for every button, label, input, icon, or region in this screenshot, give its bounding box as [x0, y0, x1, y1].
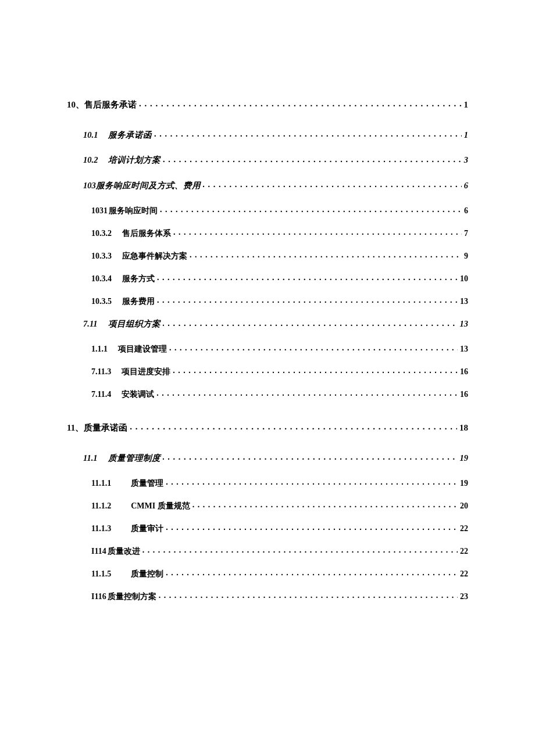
toc-label: 10.3.3应急事件解决方案 [91, 251, 190, 261]
toc-entry: 10.3.5服务费用13 [91, 296, 468, 307]
toc-title: 服务承诺函 [108, 130, 152, 139]
toc-number: 11.1.1 [91, 479, 111, 488]
toc-page-number: 10 [458, 274, 468, 284]
toc-page-number: 22 [458, 547, 468, 556]
toc-number: 103 [83, 181, 96, 190]
toc-leader-dots [166, 478, 458, 486]
toc-title: 售后服务体系 [122, 229, 171, 238]
toc-number: 11、 [67, 423, 84, 432]
toc-entry: I116质量控制方案23 [91, 591, 468, 602]
toc-page-number: 18 [457, 423, 468, 433]
toc-entry: 1.1.1项目建设管理13 [91, 343, 468, 354]
toc-number: 10.2 [83, 155, 98, 164]
toc-leader-dots [166, 568, 458, 576]
toc-number: 10.3.3 [91, 252, 112, 260]
toc-entry: 10、售后服务承诺1 [67, 99, 468, 110]
toc-leader-dots [163, 452, 458, 461]
toc-number: 7.11.3 [91, 367, 111, 376]
toc-entry: 7.11项目组织方案13 [83, 318, 468, 330]
toc-number: 1031 [91, 206, 108, 215]
toc-page-number: 7 [462, 229, 468, 238]
toc-page-number: 19 [458, 453, 469, 463]
toc-label: 10.3.4服务方式 [91, 274, 157, 284]
toc-title: 质量审计 [131, 524, 163, 533]
toc-entry: 11.1.5质量控制22 [91, 568, 468, 579]
toc-title: 质量承诺函 [84, 423, 127, 432]
toc-page-number: 20 [458, 501, 468, 511]
toc-number: 11.1.3 [91, 524, 111, 533]
toc-leader-dots [169, 343, 458, 352]
toc-number: I114 [91, 547, 106, 556]
toc-entry: 11.1质量管理制度19 [83, 452, 468, 464]
toc-number: 11.1 [83, 453, 98, 463]
toc-entry: 103服务响应时间及方式、费用6 [83, 180, 468, 191]
toc-title: 质量管理 [131, 479, 163, 488]
toc-label: 1031服务响应时间 [91, 206, 160, 216]
toc-title: CMMI 质量规范 [131, 501, 190, 510]
toc-label: 10、售后服务承诺 [67, 99, 139, 110]
toc-page-number: 3 [462, 155, 468, 165]
toc-page-number: 13 [458, 319, 469, 329]
toc-number: 10.3.5 [91, 297, 112, 306]
toc-leader-dots [192, 500, 458, 508]
toc-title: 项目建设管理 [118, 345, 167, 353]
toc-leader-dots [142, 546, 458, 554]
toc-label: 10.3.5服务费用 [91, 296, 157, 307]
toc-label: 10.3.2售后服务体系 [91, 228, 173, 239]
toc-leader-dots [160, 205, 462, 213]
toc-label: 7.11.3项目进度安排 [91, 367, 173, 377]
toc-entry: 7.11.3项目进度安排16 [91, 366, 468, 377]
toc-label: 11.1.2CMMI 质量规范 [91, 501, 192, 511]
toc-leader-dots [173, 366, 458, 374]
toc-title: 项目进度安排 [122, 367, 170, 376]
toc-title: 应急事件解决方案 [122, 252, 187, 260]
toc-entry: 7.11.4安装调试16 [91, 389, 468, 400]
toc-page-number: 16 [458, 367, 468, 377]
toc-page-number: 22 [458, 569, 468, 579]
toc-page-number: 16 [458, 390, 468, 399]
toc-title: 安装调试 [122, 390, 154, 399]
toc-title: 服务响应时间 [109, 206, 158, 215]
toc-page-number: 1 [462, 100, 469, 110]
toc-page-number: 9 [462, 252, 468, 261]
toc-entry: 1031服务响应时间6 [91, 205, 468, 216]
toc-title: 项目组织方案 [108, 319, 160, 328]
toc-title: 服务响应时间及方式、费用 [96, 181, 201, 190]
toc-entry: 10.3.4服务方式10 [91, 273, 468, 284]
toc-label: 7.11项目组织方案 [83, 318, 163, 329]
toc-title: 服务费用 [122, 297, 155, 306]
toc-entry: 11.1.2CMMI 质量规范20 [91, 500, 468, 511]
toc-page-number: 23 [458, 592, 468, 601]
toc-leader-dots [139, 99, 462, 108]
toc-label: 11.1质量管理制度 [83, 453, 163, 464]
toc-number: I116 [91, 592, 106, 601]
toc-leader-dots [190, 250, 462, 259]
toc-label: 103服务响应时间及方式、费用 [83, 180, 203, 191]
toc-number: 1.1.1 [91, 345, 108, 353]
toc-leader-dots [159, 591, 458, 599]
toc-label: 10.2培训计划方案 [83, 155, 163, 166]
toc-title: 售后服务承诺 [84, 100, 137, 109]
toc-entry: 10.3.3应急事件解决方案9 [91, 250, 468, 261]
toc-page-number: 19 [458, 479, 468, 488]
toc-leader-dots [163, 318, 458, 327]
toc-page-number: 6 [462, 181, 468, 191]
toc-label: 11.1.3质量审计 [91, 524, 166, 534]
toc-number: 11.1.2 [91, 501, 111, 510]
toc-entry: 10.3.2售后服务体系7 [91, 228, 468, 239]
toc-label: 11.1.1质量管理 [91, 478, 166, 489]
toc-page-number: 22 [458, 524, 468, 533]
toc-number: 10.3.4 [91, 274, 112, 283]
toc-title: 服务方式 [122, 274, 155, 283]
toc-label: I114质量改进 [91, 546, 142, 557]
toc-leader-dots [166, 523, 458, 531]
toc-entry: 11、质量承诺函18 [67, 422, 468, 433]
toc-leader-dots [154, 129, 461, 138]
toc-number: 10.3.2 [91, 229, 112, 238]
toc-leader-dots [157, 273, 458, 281]
toc-title: 质量控制方案 [108, 592, 156, 601]
toc-title: 质量改进 [108, 547, 140, 556]
toc-number: 10、 [67, 100, 84, 109]
toc-page-number: 13 [458, 297, 468, 306]
toc-entry: 11.1.1质量管理19 [91, 478, 468, 489]
